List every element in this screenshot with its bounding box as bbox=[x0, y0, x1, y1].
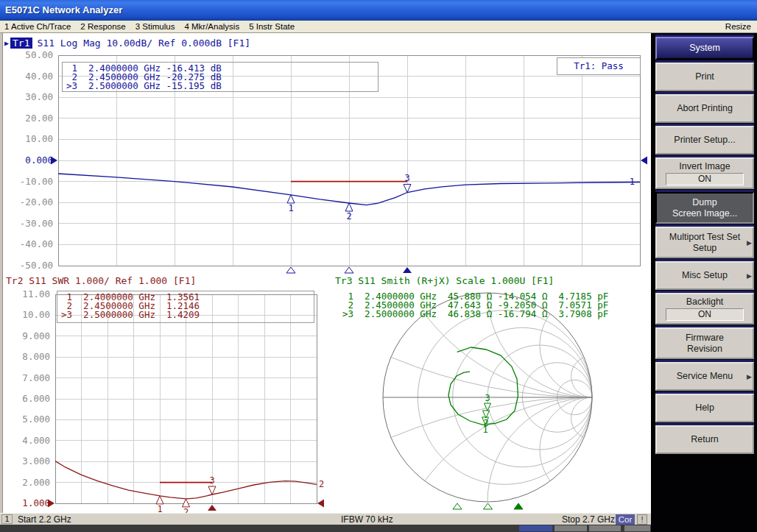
tr1-pass-status: Tr1: Pass bbox=[557, 57, 641, 75]
svg-text:1: 1 bbox=[288, 203, 293, 213]
marker-3-stimulus bbox=[208, 505, 216, 511]
marker-3-stimulus bbox=[514, 503, 523, 509]
taskbar-sliver bbox=[0, 525, 651, 532]
svg-text:2: 2 bbox=[183, 507, 189, 513]
marker-row: >3 2.5000000 GHz -15.195 dB bbox=[66, 82, 378, 91]
marker-3 bbox=[208, 486, 216, 494]
marker-2 bbox=[183, 499, 190, 507]
softkey-print[interactable]: Print bbox=[655, 63, 754, 91]
tr2-marker-table: 1 2.4000000 GHz 1.3561 2 2.4500000 GHz 1… bbox=[57, 291, 314, 323]
tr2-header[interactable]: Tr2 S11 SWR 1.000/ Ref 1.000 [F1] bbox=[6, 275, 196, 286]
marker-2-stimulus bbox=[484, 503, 493, 509]
marker-1 bbox=[156, 496, 163, 504]
softkey-label: Setup bbox=[693, 243, 717, 254]
svg-text:2: 2 bbox=[346, 211, 351, 221]
submenu-arrow-icon: ▶ bbox=[747, 238, 752, 247]
tr2-ref-arrow-right bbox=[317, 500, 324, 508]
menu-item-1-active-ch-trace[interactable]: 1 Active Ch/Trace bbox=[4, 22, 71, 31]
alert-badge: ! bbox=[637, 514, 647, 525]
softkey-invert-image[interactable]: Invert ImageON bbox=[655, 157, 754, 189]
marker-2-stimulus bbox=[345, 267, 353, 273]
tr2-chart: 1232 bbox=[48, 294, 324, 513]
tr1-ref-arrow-right bbox=[641, 157, 647, 165]
application-window: E5071C Network Analyzer 1 Active Ch/Trac… bbox=[0, 0, 757, 532]
active-trace-badge[interactable]: Tr1 bbox=[10, 38, 32, 49]
softkey-label: Dump bbox=[692, 197, 716, 208]
softkey-state-indicator: ON bbox=[666, 173, 744, 185]
tr1-header-text: S11 Log Mag 10.00dB/ Ref 0.000dB [F1] bbox=[38, 38, 251, 49]
svg-text:3: 3 bbox=[404, 173, 409, 183]
window-titlebar: E5071C Network Analyzer bbox=[0, 0, 757, 21]
start-frequency-label: Start 2.2 GHz bbox=[18, 514, 71, 525]
menu-bar: 1 Active Ch/Trace2 Response3 Stimulus4 M… bbox=[0, 21, 757, 33]
softkey-backlight[interactable]: BacklightON bbox=[655, 293, 754, 324]
softkey-label: Print bbox=[695, 71, 714, 82]
marker-3 bbox=[404, 184, 411, 192]
tr1-header: ▶ Tr1 S11 Log Mag 10.00dB/ Ref 0.000dB [… bbox=[4, 37, 250, 49]
marker-2 bbox=[345, 203, 353, 211]
submenu-arrow-icon: ▶ bbox=[747, 272, 752, 280]
softkey-label: Misc Setup bbox=[682, 270, 728, 281]
taskbar-item[interactable] bbox=[519, 525, 552, 531]
softkey-menu-title: System bbox=[655, 37, 754, 60]
svg-text:3: 3 bbox=[209, 475, 214, 486]
taskbar-item[interactable] bbox=[554, 525, 587, 531]
taskbar-item[interactable] bbox=[624, 525, 650, 531]
softkey-help[interactable]: Help bbox=[655, 394, 754, 422]
svg-text:1: 1 bbox=[157, 504, 162, 513]
softkey-panel: System PrintAbort PrintingPrinter Setup.… bbox=[651, 33, 757, 532]
softkey-dump-screen-image[interactable]: DumpScreen Image... bbox=[655, 192, 754, 224]
softkey-service-menu[interactable]: Service Menu▶ bbox=[655, 362, 754, 391]
tr1-marker-table: 1 2.4000000 GHz -16.413 dB 2 2.4500000 G… bbox=[62, 62, 378, 92]
softkey-printer-setup[interactable]: Printer Setup... bbox=[655, 126, 754, 155]
softkey-menu-title-label: System bbox=[689, 43, 720, 54]
menu-item-resize[interactable]: Resize bbox=[725, 22, 751, 31]
softkey-label: Backlight bbox=[686, 297, 724, 308]
marker-1-stimulus bbox=[286, 267, 295, 273]
softkey-label: Help bbox=[695, 402, 714, 414]
marker-1-stimulus bbox=[453, 503, 462, 509]
marker-3-stimulus bbox=[403, 267, 412, 273]
correction-status-badge: Cor bbox=[616, 514, 635, 525]
tr2-trace-number: 2 bbox=[319, 479, 324, 489]
tr2-ref-arrow-left bbox=[48, 500, 54, 508]
softkey-label: Abort Printing bbox=[677, 103, 733, 114]
softkey-label: Multiport Test Set bbox=[669, 232, 740, 243]
channel-indicator: 1 bbox=[1, 514, 13, 524]
marker-3 bbox=[485, 403, 491, 411]
menu-item-3-stimulus[interactable]: 3 Stimulus bbox=[135, 22, 175, 31]
softkey-label: Service Menu bbox=[677, 371, 733, 382]
tr1-ref-arrow-left bbox=[51, 157, 57, 165]
ifbw-label: IFBW 70 kHz bbox=[341, 514, 393, 525]
active-trace-arrow-icon: ▶ bbox=[4, 39, 9, 47]
marker-1 bbox=[287, 195, 295, 203]
softkey-label: Printer Setup... bbox=[674, 135, 735, 146]
menu-item-4-mkr-analysis[interactable]: 4 Mkr/Analysis bbox=[184, 22, 239, 31]
tr3-marker-table: 1 2.4000000 GHz 45.880 Ω -14.054 Ω 4.718… bbox=[339, 291, 635, 323]
softkey-label: Screen Image... bbox=[672, 208, 737, 219]
tr3-header[interactable]: Tr3 S11 Smith (R+jX) Scale 1.000U [F1] bbox=[335, 275, 554, 286]
softkey-label: Invert Image bbox=[679, 161, 730, 172]
softkey-misc-setup[interactable]: Misc Setup▶ bbox=[655, 261, 754, 290]
softkey-label: Return bbox=[691, 434, 719, 445]
tr1-trace-number: 1 bbox=[630, 177, 635, 187]
channel-status-bar: 1 Start 2.2 GHz IFBW 70 kHz Stop 2.7 GHz… bbox=[0, 513, 651, 525]
softkey-label: Firmware bbox=[686, 333, 724, 344]
submenu-arrow-icon: ▶ bbox=[747, 372, 752, 380]
stop-frequency-label: Stop 2.7 GHz bbox=[562, 514, 615, 525]
menu-item-5-instr-state[interactable]: 5 Instr State bbox=[249, 22, 295, 31]
marker-row: >3 2.5000000 GHz 46.838 Ω -16.794 Ω 3.79… bbox=[342, 310, 635, 319]
softkey-abort-printing[interactable]: Abort Printing bbox=[655, 94, 754, 123]
taskbar-item[interactable] bbox=[589, 525, 621, 531]
softkey-return[interactable]: Return bbox=[655, 425, 754, 454]
softkey-state-indicator: ON bbox=[666, 308, 744, 321]
marker-row: >3 2.5000000 GHz 1.4209 bbox=[61, 311, 314, 319]
charts-canvas: 12311232123 bbox=[0, 33, 651, 513]
svg-text:2: 2 bbox=[483, 418, 488, 428]
menu-item-2-response[interactable]: 2 Response bbox=[80, 22, 125, 31]
softkey-firmware-revision[interactable]: FirmwareRevision bbox=[655, 327, 754, 359]
softkey-label: Revision bbox=[687, 344, 722, 355]
softkey-multiport-test-set-setup[interactable]: Multiport Test SetSetup▶ bbox=[655, 227, 754, 258]
window-title: E5071C Network Analyzer bbox=[5, 4, 122, 15]
svg-text:3: 3 bbox=[485, 393, 490, 403]
